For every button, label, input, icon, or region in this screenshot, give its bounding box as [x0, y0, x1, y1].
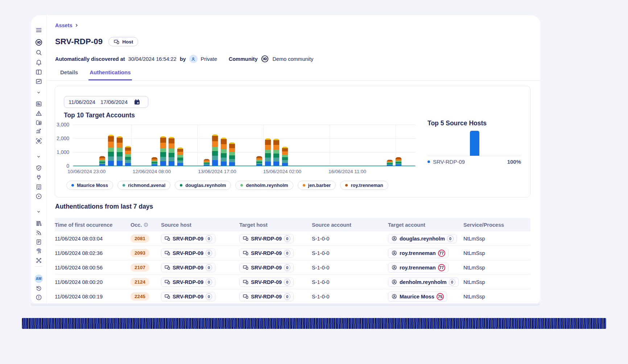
stacked-bar[interactable] — [99, 156, 106, 166]
sidebar-warning-icon[interactable] — [35, 109, 43, 117]
account-chip[interactable]: roy.trenneman77 — [388, 263, 449, 273]
account-chip[interactable]: roy.trenneman77 — [388, 248, 449, 258]
date-end[interactable]: 17/06/2024 — [100, 99, 128, 105]
column-header: Target account — [388, 222, 463, 228]
sidebar-chevron-down-icon[interactable] — [35, 152, 43, 160]
sidebar-menu-icon[interactable] — [35, 26, 43, 34]
sidebar-divider — [35, 266, 43, 267]
owner-avatar[interactable] — [189, 55, 198, 63]
tab-details[interactable]: Details — [59, 69, 79, 80]
sidebar-search-icon[interactable] — [35, 49, 43, 57]
sidebar-building-icon[interactable] — [35, 183, 43, 191]
breadcrumb[interactable]: Assets — [55, 22, 79, 28]
date-start[interactable]: 11/06/2024 — [69, 99, 95, 105]
table-row[interactable]: 11/06/2024 08:00:562107SRV-RDP-090SRV-RD… — [55, 260, 530, 275]
legend-chip[interactable]: richmond.avenal — [117, 181, 170, 190]
stacked-bar[interactable] — [169, 137, 175, 166]
sidebar-library-icon[interactable] — [35, 219, 43, 227]
stacked-bar[interactable] — [387, 160, 393, 166]
bar-segment — [387, 165, 393, 166]
host-chip[interactable]: SRV-RDP-090 — [239, 292, 294, 301]
date-range-picker[interactable]: 11/06/2024 17/06/2024 — [64, 96, 148, 108]
sidebar-history-icon[interactable] — [35, 284, 43, 292]
sidebar-chevron-down-icon[interactable] — [35, 88, 43, 96]
sidebar-rss-icon[interactable] — [35, 229, 43, 237]
sidebar-network-icon[interactable] — [35, 256, 43, 264]
sidebar-trend-icon[interactable] — [35, 127, 43, 135]
account-chip[interactable]: douglas.reynholm0 — [388, 234, 457, 243]
table-row[interactable]: 11/06/2024 08:00:192245SRV-RDP-090SRV-RD… — [55, 289, 530, 304]
sidebar-news-icon[interactable] — [35, 100, 43, 108]
sidebar-report-icon[interactable] — [35, 238, 43, 246]
bar-segment — [282, 157, 288, 160]
stacked-bar[interactable] — [125, 146, 131, 166]
legend-chip[interactable]: denholm.reynholm — [235, 181, 293, 190]
stacked-bar[interactable] — [395, 157, 401, 166]
stacked-bar[interactable] — [151, 157, 157, 166]
host-chip[interactable]: SRV-RDP-090 — [239, 263, 294, 272]
stacked-bar[interactable] — [116, 136, 123, 166]
tab-authentications[interactable]: Authentications — [88, 69, 132, 80]
sidebar-chart-box-icon[interactable] — [35, 78, 43, 85]
occ-info-icon[interactable] — [143, 222, 149, 227]
x-axis-tick: 16/06/2024 11:00 — [329, 169, 366, 174]
sidebar-logo-icon[interactable] — [35, 38, 43, 46]
person-circle-icon — [391, 235, 397, 242]
host-name: SRV-RDP-09 — [173, 236, 203, 242]
devices-icon — [243, 235, 249, 242]
sidebar-board-icon[interactable] — [35, 68, 43, 76]
table-row[interactable]: 11/06/2024 08:00:202124SRV-RDP-090SRV-RD… — [55, 275, 530, 289]
legend-chip[interactable]: Maurice Moss — [66, 181, 113, 190]
calendar-icon[interactable] — [133, 99, 141, 106]
stacked-bar[interactable] — [265, 138, 271, 166]
sidebar-info-icon[interactable] — [35, 293, 43, 301]
account-chip[interactable]: denholm.reynholm0 — [388, 277, 459, 287]
host-chip[interactable]: SRV-RDP-090 — [239, 277, 294, 287]
account-chip[interactable]: Maurice Moss75 — [388, 292, 447, 302]
stacked-bar[interactable] — [177, 147, 183, 166]
bar-segment — [265, 158, 271, 162]
stacked-bar[interactable] — [256, 156, 263, 166]
host-chip[interactable]: SRV-RDP-090 — [239, 248, 294, 258]
sidebar-folder-clock-icon[interactable] — [35, 119, 43, 127]
sidebar-bell-icon[interactable] — [35, 58, 43, 66]
source-account-cell: S-1-0-0 — [312, 250, 388, 256]
top5-bar[interactable] — [470, 131, 479, 156]
account-name: roy.trenneman — [400, 265, 436, 271]
bar-segment — [220, 149, 227, 153]
sidebar-plug-icon[interactable] — [35, 173, 43, 181]
bar-segment — [212, 160, 218, 166]
host-chip[interactable]: SRV-RDP-090 — [239, 234, 294, 243]
user-avatar[interactable]: AM — [34, 275, 43, 283]
bar-segment — [125, 154, 131, 157]
stacked-bar[interactable] — [282, 147, 288, 166]
stacked-bar[interactable] — [220, 138, 227, 166]
table-row[interactable]: 11/06/2024 08:03:042081SRV-RDP-090SRV-RD… — [55, 231, 530, 246]
bar-segment — [212, 147, 218, 151]
host-chip[interactable]: SRV-RDP-090 — [161, 234, 215, 243]
table-row[interactable]: 11/06/2024 08:02:362093SRV-RDP-090SRV-RD… — [55, 246, 530, 260]
sidebar-fingerprint-icon[interactable] — [35, 247, 43, 255]
legend-chip[interactable]: roy.trenneman — [340, 181, 388, 190]
risk-score-badge: 77 — [438, 264, 445, 271]
host-chip[interactable]: SRV-RDP-090 — [161, 263, 215, 272]
host-chip[interactable]: SRV-RDP-090 — [161, 248, 215, 258]
sidebar-play-circle-icon[interactable] — [35, 192, 43, 200]
stacked-bar[interactable] — [273, 139, 280, 166]
sidebar-shield-check-icon[interactable] — [35, 164, 43, 172]
stacked-bar[interactable] — [160, 136, 166, 166]
breadcrumb-assets-link[interactable]: Assets — [55, 22, 73, 28]
stacked-bar[interactable] — [108, 135, 114, 166]
host-type-badge[interactable]: Host — [108, 37, 138, 46]
stacked-bar[interactable] — [212, 134, 218, 166]
stacked-bar[interactable] — [203, 159, 210, 166]
host-chip[interactable]: SRV-RDP-090 — [161, 277, 215, 287]
legend-chip[interactable]: jen.barber — [298, 181, 336, 190]
legend-label: roy.trenneman — [351, 183, 383, 188]
bar-segment — [151, 164, 157, 166]
legend-chip[interactable]: douglas.reynholm — [175, 181, 231, 190]
sidebar-cube-scan-icon[interactable] — [35, 137, 43, 145]
stacked-bar[interactable] — [229, 142, 235, 166]
sidebar-chevron-down-icon[interactable] — [35, 208, 43, 216]
host-chip[interactable]: SRV-RDP-090 — [161, 292, 215, 301]
